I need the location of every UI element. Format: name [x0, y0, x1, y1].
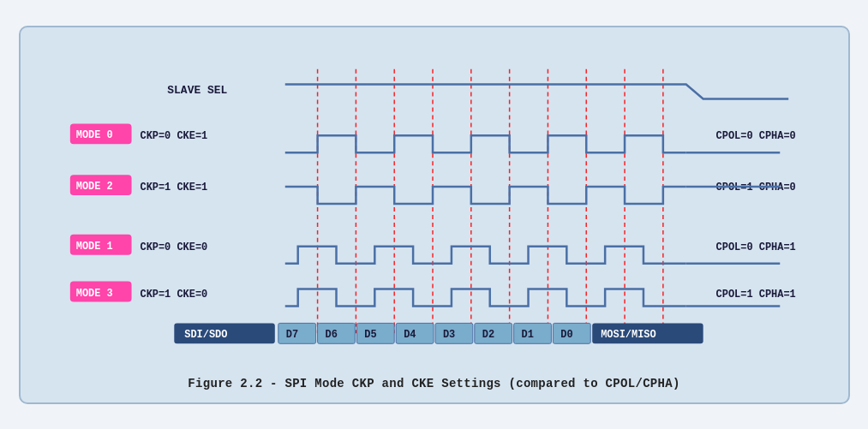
diagram-area: .redline { stroke: red; stroke-width: 1.…	[38, 43, 831, 368]
d5-label: D5	[364, 329, 376, 341]
mode2-badge: MODE 2	[75, 181, 112, 193]
mode3-params: CKP=1 CKE=0	[140, 288, 207, 300]
d0-label: D0	[560, 329, 572, 341]
mode0-right: CPOL=0 CPHA=0	[715, 130, 795, 142]
sdi-sdo-label: SDI/SDO	[184, 329, 227, 341]
mode0-badge: MODE 0	[75, 129, 112, 141]
mode3-badge: MODE 3	[75, 287, 112, 299]
d6-label: D6	[325, 329, 337, 341]
figure-caption: Figure 2.2 - SPI Mode CKP and CKE Settin…	[38, 377, 831, 390]
mode2-params: CKP=1 CKE=1	[140, 182, 207, 194]
mode1-right: CPOL=0 CPHA=1	[715, 241, 795, 253]
d4-label: D4	[404, 329, 416, 341]
d3-label: D3	[442, 329, 454, 341]
mosi-miso-label: MOSI/MISO	[601, 329, 655, 341]
main-container: .redline { stroke: red; stroke-width: 1.…	[19, 26, 850, 404]
spi-diagram: .redline { stroke: red; stroke-width: 1.…	[38, 43, 831, 368]
d7-label: D7	[285, 329, 297, 341]
mode1-params: CKP=0 CKE=0	[140, 241, 207, 253]
d2-label: D2	[482, 329, 494, 341]
mode0-params: CKP=0 CKE=1	[140, 130, 207, 142]
mode3-right: CPOL=1 CPHA=1	[715, 288, 795, 300]
mode1-badge: MODE 1	[75, 240, 112, 252]
d1-label: D1	[521, 329, 533, 341]
slave-sel-label: SLAVE SEL	[167, 83, 227, 96]
